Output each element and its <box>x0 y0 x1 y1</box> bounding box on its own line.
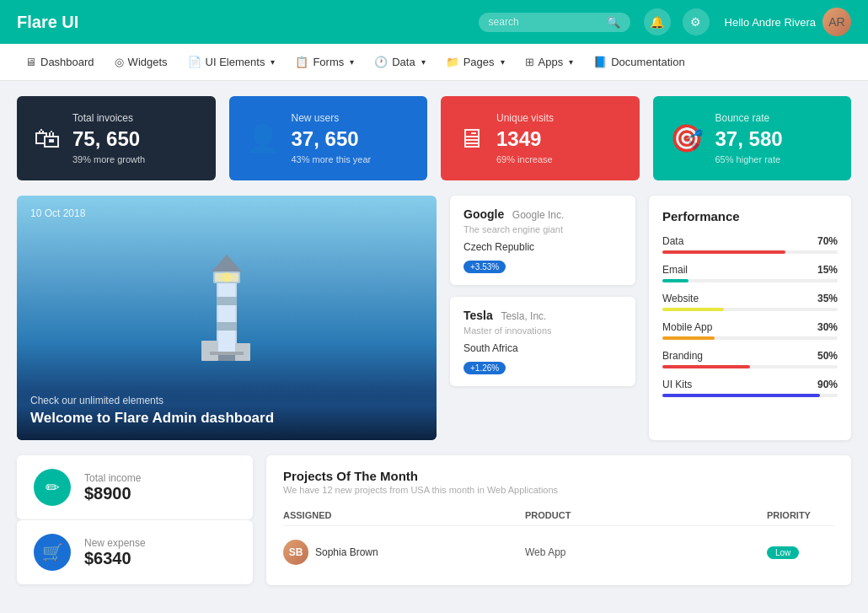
company-inc-tesla: Tesla, Inc. <box>501 310 546 322</box>
performance-card: Performance Data 70% Email 15% Website 3… <box>649 196 851 440</box>
stats-row: 🛍 Total invoices 75, 650 39% more growth… <box>17 96 851 180</box>
stat-label-users: New users <box>292 112 372 124</box>
nav-item-apps[interactable]: ⊞ Apps ▾ <box>517 52 582 72</box>
company-country-google: Czech Republic <box>463 241 622 253</box>
income-value-total: $8900 <box>84 484 141 503</box>
perf-bar-bg <box>662 250 838 254</box>
projects-sub: We have 12 new projects from USA this mo… <box>283 485 834 495</box>
documentation-icon: 📘 <box>593 56 607 68</box>
settings-button[interactable]: ⚙ <box>683 8 710 35</box>
nav-item-widgets[interactable]: ◎ Widgets <box>106 52 176 72</box>
search-box[interactable]: 🔍 <box>479 13 630 32</box>
stat-info-bounce: Bounce rate 37, 580 65% higher rate <box>715 112 783 164</box>
col-header-product: Product <box>525 510 767 520</box>
company-name-google: Google <box>463 207 504 221</box>
company-country-tesla: South Africa <box>463 342 622 354</box>
performance-item: Website 35% <box>662 293 838 311</box>
income-icon-expense: 🛒 <box>34 534 71 571</box>
app-header: Flare UI 🔍 🔔 ⚙ Hello Andre Rivera AR <box>0 0 868 44</box>
perf-pct: 15% <box>817 264 838 276</box>
perf-label: Website <box>662 293 699 304</box>
projects-title: Projects Of The Month <box>283 469 834 483</box>
pages-icon: 📁 <box>446 56 459 68</box>
col-header-priority: Priority <box>767 510 834 520</box>
stat-sub-visits: 69% increase <box>496 154 554 164</box>
perf-pct: 35% <box>817 293 838 304</box>
income-card-total: ✏ Total income $8900 <box>17 455 253 519</box>
stat-card-users: 👤 New users 37, 650 43% more this year <box>229 96 428 180</box>
nav-item-pages[interactable]: 📁 Pages ▾ <box>437 52 513 72</box>
nav-item-forms[interactable]: 📋 Forms ▾ <box>287 52 362 72</box>
performance-item: Email 15% <box>662 264 838 282</box>
perf-bar <box>662 250 785 254</box>
app-logo: Flare UI <box>17 13 78 32</box>
performance-items: Data 70% Email 15% Website 35% <box>662 235 838 397</box>
chevron-down-icon: ▾ <box>271 57 275 67</box>
search-input[interactable] <box>489 16 607 28</box>
project-user: SB Sophia Brown <box>283 540 525 565</box>
visits-icon: 🖥 <box>458 123 485 154</box>
chevron-down-icon: ▾ <box>421 57 426 67</box>
nav-item-data[interactable]: 🕐 Data ▾ <box>366 52 433 72</box>
stat-sub-invoices: 39% more growth <box>72 154 145 164</box>
perf-bar <box>662 365 750 368</box>
income-info-expense: New expense $6340 <box>84 537 146 568</box>
svg-rect-3 <box>217 322 237 331</box>
bounce-icon: 🎯 <box>670 122 704 154</box>
nav-item-ui-elements[interactable]: 📄 UI Elements ▾ <box>179 52 284 72</box>
company-header-tesla: Tesla Tesla, Inc. <box>463 309 622 322</box>
stat-info-visits: Unique visits 1349 69% increase <box>496 112 554 164</box>
user-menu[interactable]: Hello Andre Rivera AR <box>725 8 851 36</box>
chevron-down-icon: ▾ <box>501 57 505 67</box>
invoice-icon: 🛍 <box>34 123 61 154</box>
avatar: AR <box>822 8 851 36</box>
stat-info-users: New users 37, 650 43% more this year <box>292 112 372 164</box>
svg-rect-1 <box>218 282 235 354</box>
main-content: 🛍 Total invoices 75, 650 39% more growth… <box>0 81 868 600</box>
chevron-down-icon: ▾ <box>350 57 354 67</box>
stat-label-bounce: Bounce rate <box>715 112 783 124</box>
stat-card-invoices: 🛍 Total invoices 75, 650 39% more growth <box>17 96 216 180</box>
perf-bar-bg <box>662 279 838 282</box>
performance-item: Data 70% <box>662 235 838 254</box>
company-inc-google: Google Inc. <box>512 209 564 221</box>
table-row: SB Sophia Brown Web App Low <box>283 533 834 572</box>
user-greeting: Hello Andre Rivera <box>725 16 816 29</box>
income-value-expense: $6340 <box>84 549 146 568</box>
performance-title: Performance <box>662 209 838 223</box>
data-icon: 🕐 <box>374 56 388 68</box>
project-user-name: Sophia Brown <box>315 546 378 558</box>
stat-value-visits: 1349 <box>496 127 554 151</box>
perf-bar-bg <box>662 308 838 311</box>
perf-pct: 50% <box>817 350 838 362</box>
widgets-icon: ◎ <box>115 56 124 68</box>
stat-label-visits: Unique visits <box>496 112 554 124</box>
avatar: SB <box>283 540 308 565</box>
col-header-assigned: Assigned <box>283 510 525 520</box>
company-card-tesla: Tesla Tesla, Inc. Master of innovations … <box>450 297 635 386</box>
income-cards: ✏ Total income $8900 🛒 New expense $6340 <box>17 455 253 585</box>
svg-rect-2 <box>217 297 237 305</box>
notification-button[interactable]: 🔔 <box>644 8 671 35</box>
perf-label: Mobile App <box>662 321 712 333</box>
stat-sub-bounce: 65% higher rate <box>715 154 783 164</box>
nav-item-documentation[interactable]: 📘 Documentation <box>585 52 693 72</box>
stat-value-bounce: 37, 580 <box>715 127 783 151</box>
perf-bar <box>662 394 820 397</box>
svg-point-11 <box>222 272 232 282</box>
hero-card: 10 Oct 2018 <box>17 196 437 440</box>
perf-pct: 30% <box>817 321 838 333</box>
chevron-down-icon: ▾ <box>569 57 573 67</box>
company-badge-google: +3.53% <box>463 261 506 273</box>
nav-item-dashboard[interactable]: 🖥 Dashboard <box>17 52 103 72</box>
hero-title: Welcome to Flare Admin dashboard <box>30 410 274 427</box>
company-card-google: Google Google Inc. The search engine gia… <box>450 196 635 285</box>
search-icon: 🔍 <box>607 16 620 29</box>
income-label-expense: New expense <box>84 537 146 549</box>
performance-item: Mobile App 30% <box>662 321 838 340</box>
hero-sub: Check our unlimited elements <box>30 395 274 406</box>
company-badge-tesla: +1.26% <box>463 362 506 374</box>
stat-value-users: 37, 650 <box>292 127 372 151</box>
lighthouse-illustration <box>193 246 260 381</box>
income-card-expense: 🛒 New expense $6340 <box>17 520 253 584</box>
